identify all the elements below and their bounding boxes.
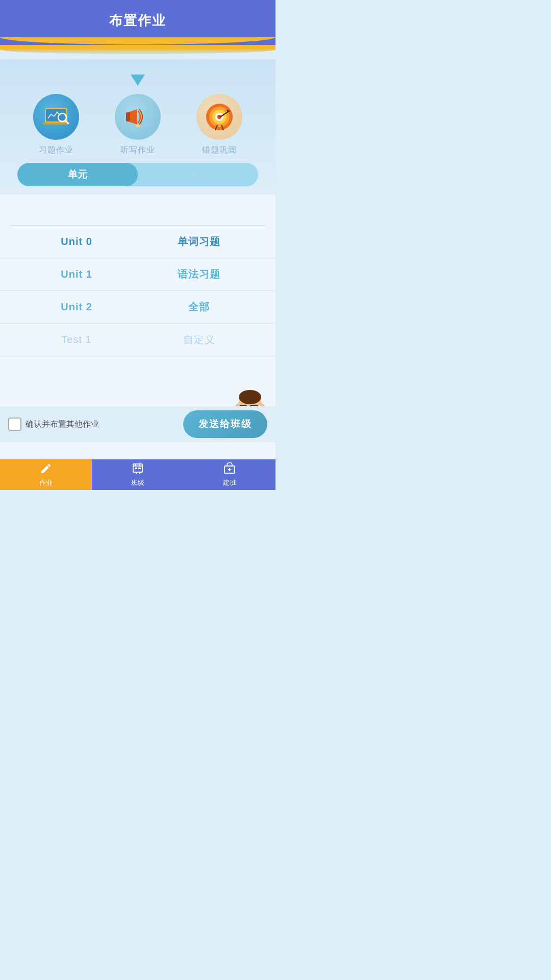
nav-create[interactable]: 建班 xyxy=(184,459,276,490)
svg-point-8 xyxy=(135,124,140,127)
svg-rect-32 xyxy=(135,468,137,469)
tab-content[interactable]: 内容 xyxy=(138,163,258,186)
nav-homework[interactable]: 作业 xyxy=(0,459,92,490)
dictation-label: 听写作业 xyxy=(120,145,155,156)
svg-point-2 xyxy=(57,111,58,113)
error-practice-svg xyxy=(204,102,235,132)
tab-bar: 单元 内容 xyxy=(17,163,258,186)
error-practice-item[interactable]: 错题巩固 xyxy=(196,94,242,156)
homework-exercises-icon-bg xyxy=(33,94,79,140)
dictation-item[interactable]: 听写作业 xyxy=(115,94,161,156)
app-header: 布置作业 xyxy=(0,0,276,41)
bottom-nav: 作业 班级 建班 xyxy=(0,459,276,490)
homework-exercises-label: 习题作业 xyxy=(39,145,73,156)
error-practice-label: 错题巩固 xyxy=(202,145,237,156)
svg-rect-3 xyxy=(43,122,69,125)
list-row-3[interactable]: Test 1 自定义 xyxy=(0,324,276,356)
create-icon xyxy=(223,462,236,477)
class-icon xyxy=(132,462,144,477)
send-button[interactable]: 发送给班级 xyxy=(183,410,267,438)
pencil-icon xyxy=(40,462,52,477)
error-practice-icon-bg xyxy=(196,94,242,140)
empty-space xyxy=(0,194,276,225)
unit-1[interactable]: Unit 1 xyxy=(28,268,126,280)
homework-exercises-svg xyxy=(41,103,71,131)
content-grammar-exercise[interactable]: 语法习题 xyxy=(150,267,248,281)
dictation-svg xyxy=(123,102,153,132)
confirm-label: 确认并布置其他作业 xyxy=(26,419,99,430)
nav-class-label: 班级 xyxy=(131,478,144,487)
unit-0[interactable]: Unit 0 xyxy=(28,236,126,248)
list-row-2[interactable]: Unit 2 全部 xyxy=(0,291,276,324)
nav-class[interactable]: 班级 xyxy=(92,459,184,490)
top-section: 习题作业 听写作业 xyxy=(0,59,276,194)
dropdown-indicator xyxy=(131,75,145,86)
list-row-1[interactable]: Unit 1 语法习题 xyxy=(0,258,276,291)
icon-row: 习题作业 听写作业 xyxy=(10,94,265,156)
checkbox-area[interactable]: 确认并布置其他作业 xyxy=(8,418,177,431)
homework-exercises-item[interactable]: 习题作业 xyxy=(33,94,79,156)
tab-unit[interactable]: 单元 xyxy=(17,163,138,186)
main-content: 习题作业 听写作业 xyxy=(0,54,276,473)
svg-point-20 xyxy=(239,390,261,404)
content-word-exercise[interactable]: 单词习题 xyxy=(150,235,248,249)
test-1[interactable]: Test 1 xyxy=(28,334,126,346)
svg-rect-1 xyxy=(46,109,66,121)
content-custom[interactable]: 自定义 xyxy=(150,333,248,347)
page-title: 布置作业 xyxy=(109,12,166,30)
svg-rect-7 xyxy=(126,112,130,121)
yellow-wave xyxy=(0,45,276,54)
svg-rect-28 xyxy=(133,464,142,472)
confirm-checkbox[interactable] xyxy=(8,418,21,431)
content-all[interactable]: 全部 xyxy=(150,300,248,314)
unit-2[interactable]: Unit 2 xyxy=(28,301,126,313)
nav-create-label: 建班 xyxy=(223,478,236,487)
dictation-icon-bg xyxy=(115,94,161,140)
action-bar: 确认并布置其他作业 发送给班级 xyxy=(0,406,276,442)
svg-rect-33 xyxy=(138,468,141,469)
nav-homework-label: 作业 xyxy=(39,478,53,487)
list-row-0[interactable]: Unit 0 单词习题 xyxy=(0,226,276,258)
